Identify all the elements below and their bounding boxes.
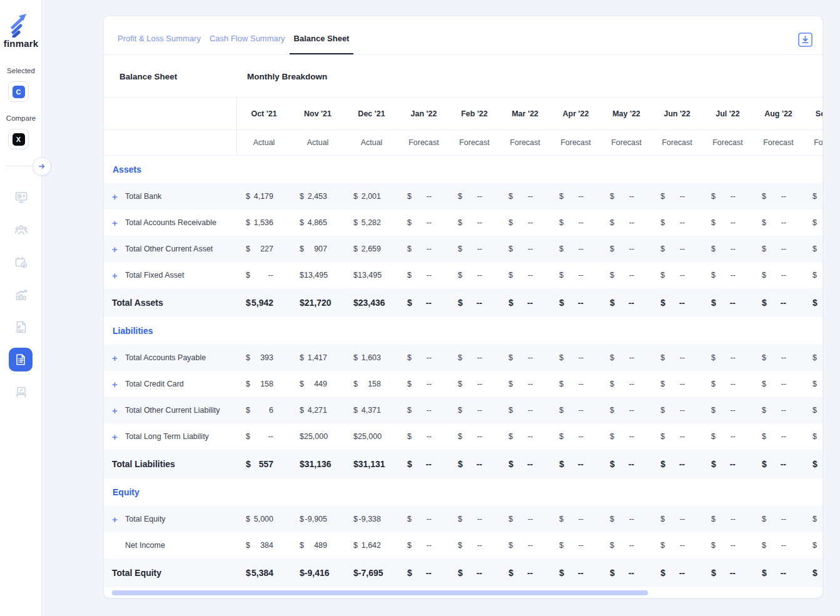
currency-symbol: $: [407, 515, 412, 523]
horizontal-scrollbar-thumb[interactable]: [112, 590, 648, 595]
sidebar-item-dashboard[interactable]: [0, 190, 42, 205]
column-month: Nov '21: [291, 98, 345, 129]
currency-symbol: $: [762, 353, 766, 362]
cell-value: --: [477, 459, 482, 469]
tab-profit-loss-summary[interactable]: Profit & Loss Summary: [113, 34, 205, 54]
cell-value: --: [629, 298, 634, 308]
expand-row-icon[interactable]: +: [112, 432, 125, 442]
cell-value: --: [731, 271, 736, 280]
download-button[interactable]: [798, 33, 812, 47]
column-type: Forecast: [500, 130, 550, 155]
currency-symbol: $: [762, 245, 766, 253]
cell-value: --: [781, 515, 786, 523]
currency-symbol: $: [559, 406, 564, 415]
total-row-total-liabilities: Total Liabilities$557$31,136$31,131$--$-…: [104, 450, 823, 478]
total-money-cell: $23,436: [345, 288, 398, 317]
currency-symbol: $: [559, 353, 564, 362]
cell-value: -9,416: [305, 568, 330, 578]
cell-value: --: [579, 245, 584, 253]
total-label-cell: Total Liabilities: [104, 450, 237, 478]
expand-row-icon[interactable]: +: [112, 270, 125, 281]
currency-symbol: $: [246, 218, 250, 227]
money-cell: $--: [550, 371, 601, 397]
currency-symbol: $: [246, 568, 251, 578]
total-money-cell: $-9,416: [291, 558, 345, 587]
total-money-cell: $--: [601, 450, 652, 478]
sidebar-item-formulas[interactable]: [0, 385, 42, 400]
table-row-total-accounts-receivable: +Total Accounts Receivable$1,536$4,865$5…: [104, 210, 823, 236]
currency-symbol: $: [353, 245, 358, 253]
column-month: Sep '22: [804, 98, 823, 129]
cell-value: 23,436: [358, 298, 385, 308]
cell-value: --: [427, 406, 432, 415]
cell-value: --: [578, 298, 584, 308]
selected-scenario-button[interactable]: C: [8, 81, 29, 102]
cell-value: -9,905: [305, 515, 327, 523]
sidebar-item-performance[interactable]: [0, 288, 42, 303]
sidebar-item-team[interactable]: [0, 223, 42, 238]
currency-symbol: $: [559, 432, 564, 441]
currency-symbol: $: [812, 432, 817, 441]
currency-symbol: $: [762, 192, 766, 201]
tab-balance-sheet[interactable]: Balance Sheet: [290, 34, 354, 54]
cell-value: 31,131: [358, 459, 385, 469]
sidebar-item-reports[interactable]: [9, 348, 33, 371]
cell-value: --: [477, 541, 482, 550]
expand-row-icon[interactable]: +: [112, 514, 125, 525]
sidebar-item-billing[interactable]: [0, 255, 42, 270]
cell-value: --: [579, 406, 584, 415]
column-type: Forecast: [702, 130, 753, 155]
money-cell: $--: [601, 506, 652, 532]
expand-row-icon[interactable]: +: [112, 218, 125, 228]
money-cell: $227: [237, 236, 291, 262]
money-cell: $--: [753, 532, 804, 558]
cell-value: --: [731, 406, 736, 415]
currency-symbol: $: [762, 380, 766, 388]
table-body: Assets+Total Bank$4,179$2,453$2,001$--$-…: [104, 156, 822, 587]
cell-value: --: [527, 459, 533, 469]
money-cell: $--: [601, 397, 652, 423]
currency-symbol: $: [300, 432, 304, 441]
scenario-x-badge: X: [13, 133, 25, 146]
currency-symbol: $: [407, 568, 412, 578]
expand-row-icon[interactable]: +: [112, 379, 125, 390]
money-cell: $--: [753, 397, 804, 423]
currency-symbol: $: [300, 380, 304, 388]
row-label: Total Accounts Payable: [125, 353, 206, 362]
cell-value: --: [781, 271, 786, 280]
total-row-total-assets: Total Assets$5,942$21,720$23,436$--$--$-…: [104, 288, 823, 317]
compare-scenario-button[interactable]: X: [8, 129, 29, 149]
expand-row-icon[interactable]: +: [112, 405, 125, 416]
expand-row-icon[interactable]: +: [112, 353, 125, 363]
cell-value: --: [781, 218, 786, 227]
currency-symbol: $: [610, 568, 615, 578]
currency-symbol: $: [711, 245, 716, 253]
tab-cash-flow-summary[interactable]: Cash Flow Summary: [205, 34, 290, 54]
currency-symbol: $: [509, 541, 513, 550]
currency-symbol: $: [509, 432, 513, 441]
cell-value: --: [781, 541, 786, 550]
currency-symbol: $: [353, 271, 358, 280]
cell-value: --: [731, 541, 736, 550]
cell-value: 2,453: [308, 192, 327, 201]
invoice-icon: [14, 320, 29, 335]
money-cell: $--: [804, 236, 823, 262]
column-type: Forecast: [601, 130, 652, 155]
currency-symbol: $: [509, 568, 514, 578]
currency-symbol: $: [300, 515, 304, 523]
money-cell: $--: [237, 423, 291, 450]
money-cell: $449: [291, 371, 345, 397]
cell-value: --: [527, 298, 533, 308]
sidebar-collapse-button[interactable]: [33, 157, 51, 176]
cell-value: 449: [314, 380, 327, 388]
money-cell: $1,417: [291, 345, 345, 371]
currency-symbol: $: [458, 568, 463, 578]
currency-symbol: $: [246, 245, 250, 253]
money-cell: $--: [500, 506, 550, 532]
sidebar-item-invoices[interactable]: [0, 320, 42, 335]
column-type-spacer: [104, 130, 237, 155]
expand-row-icon[interactable]: +: [112, 191, 125, 202]
money-cell: $4,371: [345, 397, 398, 423]
expand-row-icon[interactable]: +: [112, 244, 125, 255]
currency-symbol: $: [300, 353, 304, 362]
